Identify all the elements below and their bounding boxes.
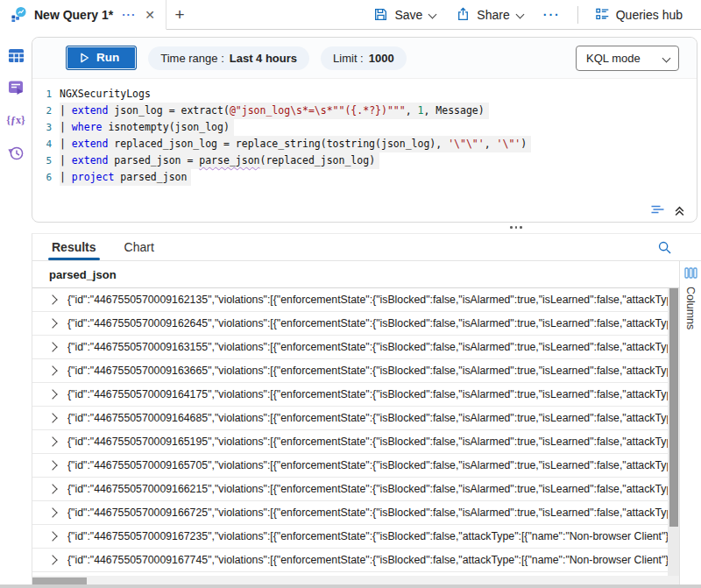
run-label: Run bbox=[96, 51, 119, 64]
expand-row-chevron-icon[interactable] bbox=[47, 436, 57, 446]
limit-label: Limit : bbox=[333, 52, 364, 65]
time-range-label: Time range : bbox=[160, 52, 224, 65]
save-button[interactable]: Save bbox=[364, 0, 446, 29]
column-header-parsed-json[interactable]: parsed_json bbox=[32, 261, 679, 288]
line-number: 1 bbox=[32, 86, 60, 103]
expand-row-chevron-icon[interactable] bbox=[47, 507, 57, 517]
more-actions-button[interactable]: ··· bbox=[534, 0, 570, 29]
results-tab-bar: Results Chart bbox=[32, 234, 701, 261]
kql-mode-value: KQL mode bbox=[586, 52, 641, 65]
results-panel: Results Chart parsed_json {"id":"4467550… bbox=[32, 233, 701, 588]
history-icon[interactable] bbox=[5, 142, 26, 163]
columns-icon[interactable] bbox=[684, 267, 697, 279]
queries-hub-label: Queries hub bbox=[616, 8, 683, 22]
code-line[interactable]: 5| extend parsed_json = parse_json(repla… bbox=[32, 152, 697, 169]
limit-value: 1000 bbox=[369, 52, 394, 65]
table-row[interactable]: {"id":"4467550570009167235","violations"… bbox=[32, 525, 679, 549]
saved-queries-icon[interactable] bbox=[5, 77, 26, 98]
table-row[interactable]: {"id":"4467550570009162135","violations"… bbox=[32, 288, 679, 312]
line-number: 4 bbox=[32, 136, 60, 152]
row-json-value: {"id":"4467550570009165195","violations"… bbox=[67, 436, 679, 448]
share-chevron-down-icon bbox=[516, 11, 524, 18]
query-summary-icon[interactable] bbox=[650, 204, 665, 216]
limit-picker[interactable]: Limit : 1000 bbox=[321, 46, 407, 70]
code-line[interactable]: 6| project parsed_json bbox=[32, 169, 697, 186]
save-label: Save bbox=[394, 8, 422, 22]
time-range-picker[interactable]: Time range : Last 4 hours bbox=[148, 46, 309, 70]
expand-row-chevron-icon[interactable] bbox=[47, 460, 57, 470]
toolbar-divider bbox=[577, 6, 578, 24]
table-row[interactable]: {"id":"4467550570009165705","violations"… bbox=[32, 454, 679, 478]
table-row[interactable]: {"id":"4467550570009167745","violations"… bbox=[32, 549, 679, 572]
tab-title: New Query 1* bbox=[34, 8, 113, 22]
expand-row-chevron-icon[interactable] bbox=[47, 318, 57, 328]
tab-more-icon[interactable]: ··· bbox=[122, 8, 136, 21]
share-icon bbox=[456, 7, 471, 22]
expand-row-chevron-icon[interactable] bbox=[47, 484, 57, 493]
row-json-value: {"id":"4467550570009162645","violations"… bbox=[67, 317, 679, 329]
expand-row-chevron-icon[interactable] bbox=[47, 531, 57, 541]
queries-hub-button[interactable]: Queries hub bbox=[585, 0, 692, 29]
table-row[interactable]: {"id":"4467550570009164175","violations"… bbox=[32, 383, 679, 407]
results-grid: parsed_json {"id":"4467550570009162135",… bbox=[32, 261, 679, 588]
collapse-editor-icon[interactable] bbox=[674, 205, 685, 216]
columns-side-panel: Columns bbox=[679, 261, 701, 588]
vertical-scrollbar-thumb[interactable] bbox=[669, 288, 678, 527]
code-line[interactable]: 1NGXSecurityLogs bbox=[32, 86, 697, 103]
row-json-value: {"id":"4467550570009167745","violations"… bbox=[67, 554, 679, 566]
kql-mode-chevron-down-icon bbox=[662, 54, 670, 62]
code-line[interactable]: 3| where isnotempty(json_log) bbox=[32, 119, 697, 136]
left-rail: {ƒx} bbox=[0, 30, 32, 588]
row-json-value: {"id":"4467550570009164685","violations"… bbox=[67, 412, 679, 424]
time-range-value: Last 4 hours bbox=[230, 52, 297, 65]
window-bottom-edge bbox=[0, 584, 701, 588]
query-tab[interactable]: New Query 1* ··· ✕ bbox=[0, 0, 166, 30]
row-json-value: {"id":"4467550570009166725","violations"… bbox=[67, 507, 679, 519]
columns-panel-label[interactable]: Columns bbox=[684, 287, 697, 329]
search-results-icon[interactable] bbox=[657, 240, 672, 255]
kql-mode-select[interactable]: KQL mode bbox=[576, 46, 679, 71]
tab-close-icon[interactable]: ✕ bbox=[143, 8, 157, 22]
code-line[interactable]: 4| extend replaced_json_log = replace_st… bbox=[32, 136, 697, 152]
table-row[interactable]: {"id":"4467550570009163665","violations"… bbox=[32, 359, 679, 383]
share-label: Share bbox=[477, 8, 509, 22]
row-json-value: {"id":"4467550570009167235","violations"… bbox=[67, 530, 679, 542]
document-tab-bar: New Query 1* ··· ✕ + Save Share ··· bbox=[0, 0, 701, 30]
adx-query-icon bbox=[11, 6, 27, 23]
panel-splitter bbox=[32, 223, 701, 233]
queries-hub-icon bbox=[595, 7, 610, 22]
tab-chart[interactable]: Chart bbox=[123, 234, 156, 260]
row-json-value: {"id":"4467550570009164175","violations"… bbox=[67, 388, 679, 400]
code-lines[interactable]: 1NGXSecurityLogs2| extend json_log = ext… bbox=[32, 79, 697, 186]
expand-row-chevron-icon[interactable] bbox=[47, 342, 57, 351]
expand-row-chevron-icon[interactable] bbox=[47, 555, 57, 564]
tab-bar-actions: Save Share ··· Queries hub bbox=[364, 0, 701, 29]
table-row[interactable]: {"id":"4467550570009164685","violations"… bbox=[32, 407, 679, 430]
functions-icon[interactable]: {ƒx} bbox=[5, 110, 26, 131]
row-json-value: {"id":"4467550570009163155","violations"… bbox=[67, 341, 679, 353]
query-toolbar: Run Time range : Last 4 hours Limit : 10… bbox=[32, 38, 697, 79]
splitter-drag-handle[interactable] bbox=[507, 223, 525, 231]
tables-icon[interactable] bbox=[5, 45, 26, 66]
table-row[interactable]: {"id":"4467550570009166215","violations"… bbox=[32, 478, 679, 501]
row-json-value: {"id":"4467550570009165705","violations"… bbox=[67, 459, 679, 471]
share-button[interactable]: Share bbox=[446, 0, 533, 29]
table-row[interactable]: {"id":"4467550570009162645","violations"… bbox=[32, 312, 679, 336]
table-row[interactable]: {"id":"4467550570009166725","violations"… bbox=[32, 501, 679, 525]
expand-row-chevron-icon[interactable] bbox=[47, 389, 57, 399]
row-json-value: {"id":"4467550570009163665","violations"… bbox=[67, 365, 679, 377]
expand-row-chevron-icon[interactable] bbox=[47, 294, 57, 304]
expand-row-chevron-icon[interactable] bbox=[47, 365, 57, 375]
table-row[interactable]: {"id":"4467550570009163155","violations"… bbox=[32, 336, 679, 359]
line-number: 6 bbox=[32, 169, 60, 186]
vertical-scrollbar[interactable] bbox=[668, 288, 679, 576]
new-tab-button[interactable]: + bbox=[166, 0, 193, 29]
tab-results[interactable]: Results bbox=[50, 234, 98, 260]
line-number: 2 bbox=[32, 103, 60, 119]
query-editor-panel: Run Time range : Last 4 hours Limit : 10… bbox=[32, 37, 697, 223]
code-line[interactable]: 2| extend json_log = extract(@"json_log\… bbox=[32, 103, 697, 119]
expand-row-chevron-icon[interactable] bbox=[47, 413, 57, 422]
table-row[interactable]: {"id":"4467550570009165195","violations"… bbox=[32, 430, 679, 454]
run-button[interactable]: Run bbox=[66, 46, 137, 70]
save-chevron-down-icon bbox=[428, 11, 436, 18]
